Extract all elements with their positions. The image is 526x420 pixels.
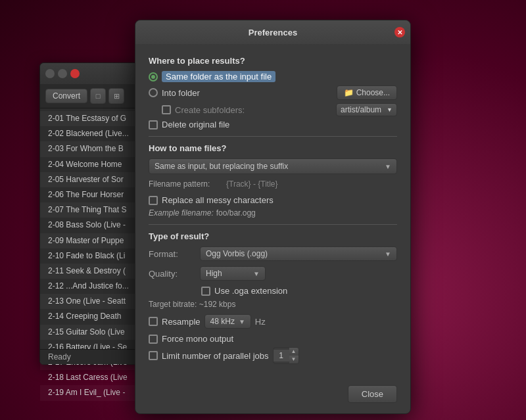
- oga-row: Use .oga extension: [149, 286, 397, 296]
- jobs-value: 1: [274, 350, 289, 362]
- dialog-close-button[interactable]: ✕: [394, 27, 405, 37]
- divider-1: [149, 136, 397, 137]
- resample-hz-value: 48 kHz: [210, 317, 235, 326]
- naming-dropdown-arrow-icon: ▼: [385, 163, 391, 170]
- naming-section-header: How to name files?: [149, 143, 397, 153]
- resample-checkbox[interactable]: [149, 317, 158, 326]
- quality-row: Quality: High ▼: [149, 266, 397, 281]
- dialog-content: Where to place results? Same folder as t…: [135, 44, 410, 379]
- status-text: Ready: [48, 352, 71, 362]
- format-dropdown[interactable]: Ogg Vorbis (.ogg) ▼: [200, 246, 397, 261]
- spinner-buttons: ▲ ▼: [289, 348, 299, 363]
- naming-dropdown-row: Same as input, but replacing the suffix …: [149, 158, 397, 174]
- bg-maximize-btn[interactable]: [58, 69, 67, 78]
- same-folder-label: Same folder as the input file: [162, 71, 275, 82]
- example-filename-row: Example filename: foo/bar.ogg: [149, 208, 397, 218]
- into-folder-row: Into folder 📁 Choose...: [149, 85, 397, 100]
- preferences-dialog: Preferences ✕ Where to place results? Sa…: [135, 20, 411, 414]
- delete-original-row: Delete original file: [149, 120, 397, 129]
- quality-arrow-icon: ▼: [253, 270, 260, 277]
- filename-pattern-label: Filename pattern:: [149, 179, 221, 189]
- oga-label: Use .oga extension: [214, 286, 287, 296]
- naming-dropdown[interactable]: Same as input, but replacing the suffix …: [149, 158, 397, 174]
- resample-hz-arrow-icon: ▼: [239, 318, 245, 325]
- quality-value: High: [206, 269, 222, 278]
- into-folder-left: Into folder: [149, 88, 200, 98]
- artist-album-dropdown[interactable]: artist/album ▼: [336, 103, 397, 116]
- limit-jobs-label: Limit number of parallel jobs: [162, 351, 269, 361]
- choose-folder-icon: 📁: [344, 88, 354, 97]
- format-row: Format: Ogg Vorbis (.ogg) ▼: [149, 246, 397, 261]
- format-label: Format:: [149, 249, 195, 259]
- spinner-down-btn[interactable]: ▼: [289, 356, 299, 363]
- type-section-header: Type of result?: [149, 231, 397, 241]
- bg-minimize-btn[interactable]: [45, 69, 55, 78]
- oga-checkbox[interactable]: [201, 287, 210, 296]
- limit-jobs-checkbox[interactable]: [149, 351, 158, 360]
- spinner-up-btn[interactable]: ▲: [289, 348, 299, 356]
- format-arrow-icon: ▼: [385, 250, 391, 258]
- example-value: foo/bar.ogg: [216, 208, 256, 218]
- toolbar-icon-1[interactable]: □: [90, 88, 106, 104]
- divider-2: [149, 224, 397, 225]
- delete-original-label: Delete original file: [162, 120, 229, 129]
- replace-messy-label: Replace all messy characters: [162, 195, 274, 205]
- create-subfolders-row: Create subfolders: artist/album ▼: [149, 103, 397, 116]
- create-subfolders-checkbox[interactable]: [162, 105, 171, 114]
- example-label: Example filename:: [149, 208, 214, 218]
- create-subfolders-label: Create subfolders:: [175, 105, 245, 115]
- delete-original-checkbox[interactable]: [149, 120, 158, 129]
- bg-close-btn[interactable]: [70, 69, 80, 78]
- resample-row: Resample 48 kHz ▼ Hz: [149, 314, 397, 329]
- artist-album-arrow-icon: ▼: [387, 106, 393, 113]
- close-button[interactable]: Close: [348, 385, 397, 403]
- dialog-title: Preferences: [249, 28, 297, 37]
- hz-label: Hz: [255, 317, 266, 327]
- replace-messy-checkbox[interactable]: [149, 196, 158, 205]
- convert-button[interactable]: Convert: [45, 89, 87, 103]
- quality-dropdown[interactable]: High ▼: [200, 266, 266, 281]
- filename-pattern-value: {Track} - {Title}: [226, 179, 277, 189]
- choose-folder-label: Choose...: [356, 88, 390, 97]
- into-folder-label: Into folder: [162, 88, 200, 98]
- artist-album-value: artist/album: [341, 105, 381, 114]
- same-folder-row: Same folder as the input file: [149, 71, 397, 82]
- force-mono-row: Force mono output: [149, 334, 397, 344]
- same-folder-radio[interactable]: [149, 72, 158, 82]
- into-folder-radio[interactable]: [149, 88, 158, 97]
- force-mono-checkbox[interactable]: [149, 335, 158, 344]
- choose-folder-button[interactable]: 📁 Choose...: [337, 85, 397, 100]
- bitrate-label: Target bitrate: ~192 kbps: [149, 300, 397, 309]
- toolbar-icon-2[interactable]: ⊞: [108, 88, 124, 104]
- resample-label: Resample: [162, 317, 201, 327]
- resample-hz-dropdown[interactable]: 48 kHz ▼: [204, 314, 251, 329]
- naming-dropdown-value: Same as input, but replacing the suffix: [155, 162, 288, 171]
- format-value: Ogg Vorbis (.ogg): [206, 249, 268, 258]
- limit-jobs-row: Limit number of parallel jobs 1 ▲ ▼: [149, 347, 397, 364]
- create-subfolders-left: Create subfolders:: [162, 105, 245, 115]
- bg-window-controls: [45, 69, 80, 78]
- dialog-titlebar: Preferences ✕: [135, 20, 410, 44]
- force-mono-label: Force mono output: [162, 334, 233, 344]
- dialog-footer: Close: [135, 379, 410, 413]
- replace-messy-row: Replace all messy characters: [149, 195, 397, 205]
- jobs-spinner[interactable]: 1 ▲ ▼: [273, 347, 299, 364]
- quality-label: Quality:: [149, 269, 195, 279]
- placement-section-header: Where to place results?: [149, 56, 397, 66]
- filename-pattern-row: Filename pattern: {Track} - {Title}: [149, 179, 397, 189]
